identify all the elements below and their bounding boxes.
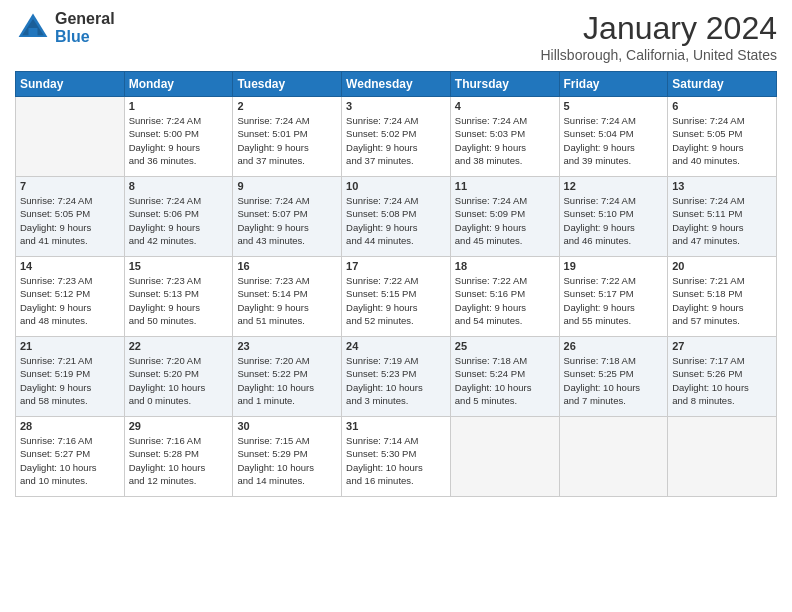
table-row: 9Sunrise: 7:24 AMSunset: 5:07 PMDaylight… bbox=[233, 177, 342, 257]
table-row bbox=[559, 417, 668, 497]
day-info: Sunrise: 7:20 AMSunset: 5:20 PMDaylight:… bbox=[129, 354, 229, 407]
day-info: Sunrise: 7:24 AMSunset: 5:01 PMDaylight:… bbox=[237, 114, 337, 167]
table-row: 11Sunrise: 7:24 AMSunset: 5:09 PMDayligh… bbox=[450, 177, 559, 257]
day-info: Sunrise: 7:24 AMSunset: 5:07 PMDaylight:… bbox=[237, 194, 337, 247]
table-row: 12Sunrise: 7:24 AMSunset: 5:10 PMDayligh… bbox=[559, 177, 668, 257]
col-tuesday: Tuesday bbox=[233, 72, 342, 97]
table-row: 29Sunrise: 7:16 AMSunset: 5:28 PMDayligh… bbox=[124, 417, 233, 497]
table-row: 17Sunrise: 7:22 AMSunset: 5:15 PMDayligh… bbox=[342, 257, 451, 337]
col-wednesday: Wednesday bbox=[342, 72, 451, 97]
day-number: 17 bbox=[346, 260, 446, 272]
table-row: 15Sunrise: 7:23 AMSunset: 5:13 PMDayligh… bbox=[124, 257, 233, 337]
day-info: Sunrise: 7:16 AMSunset: 5:28 PMDaylight:… bbox=[129, 434, 229, 487]
day-number: 10 bbox=[346, 180, 446, 192]
table-row: 25Sunrise: 7:18 AMSunset: 5:24 PMDayligh… bbox=[450, 337, 559, 417]
table-row: 24Sunrise: 7:19 AMSunset: 5:23 PMDayligh… bbox=[342, 337, 451, 417]
table-row: 2Sunrise: 7:24 AMSunset: 5:01 PMDaylight… bbox=[233, 97, 342, 177]
calendar-week-row: 7Sunrise: 7:24 AMSunset: 5:05 PMDaylight… bbox=[16, 177, 777, 257]
day-number: 9 bbox=[237, 180, 337, 192]
day-number: 6 bbox=[672, 100, 772, 112]
col-saturday: Saturday bbox=[668, 72, 777, 97]
logo-general-text: General bbox=[55, 10, 115, 28]
day-info: Sunrise: 7:24 AMSunset: 5:10 PMDaylight:… bbox=[564, 194, 664, 247]
day-info: Sunrise: 7:24 AMSunset: 5:02 PMDaylight:… bbox=[346, 114, 446, 167]
day-number: 29 bbox=[129, 420, 229, 432]
day-number: 22 bbox=[129, 340, 229, 352]
col-friday: Friday bbox=[559, 72, 668, 97]
title-month: January 2024 bbox=[540, 10, 777, 47]
day-number: 4 bbox=[455, 100, 555, 112]
day-info: Sunrise: 7:22 AMSunset: 5:17 PMDaylight:… bbox=[564, 274, 664, 327]
day-info: Sunrise: 7:21 AMSunset: 5:18 PMDaylight:… bbox=[672, 274, 772, 327]
day-number: 2 bbox=[237, 100, 337, 112]
day-number: 20 bbox=[672, 260, 772, 272]
table-row: 26Sunrise: 7:18 AMSunset: 5:25 PMDayligh… bbox=[559, 337, 668, 417]
day-info: Sunrise: 7:24 AMSunset: 5:11 PMDaylight:… bbox=[672, 194, 772, 247]
logo-text: General Blue bbox=[55, 10, 115, 45]
day-number: 19 bbox=[564, 260, 664, 272]
calendar-table: Sunday Monday Tuesday Wednesday Thursday… bbox=[15, 71, 777, 497]
table-row: 27Sunrise: 7:17 AMSunset: 5:26 PMDayligh… bbox=[668, 337, 777, 417]
title-location: Hillsborough, California, United States bbox=[540, 47, 777, 63]
day-info: Sunrise: 7:22 AMSunset: 5:16 PMDaylight:… bbox=[455, 274, 555, 327]
day-info: Sunrise: 7:18 AMSunset: 5:24 PMDaylight:… bbox=[455, 354, 555, 407]
table-row: 7Sunrise: 7:24 AMSunset: 5:05 PMDaylight… bbox=[16, 177, 125, 257]
logo-icon bbox=[15, 10, 51, 46]
day-number: 30 bbox=[237, 420, 337, 432]
title-section: January 2024 Hillsborough, California, U… bbox=[540, 10, 777, 63]
table-row: 1Sunrise: 7:24 AMSunset: 5:00 PMDaylight… bbox=[124, 97, 233, 177]
day-number: 13 bbox=[672, 180, 772, 192]
day-info: Sunrise: 7:24 AMSunset: 5:09 PMDaylight:… bbox=[455, 194, 555, 247]
calendar-week-row: 14Sunrise: 7:23 AMSunset: 5:12 PMDayligh… bbox=[16, 257, 777, 337]
calendar-header-row: Sunday Monday Tuesday Wednesday Thursday… bbox=[16, 72, 777, 97]
day-info: Sunrise: 7:24 AMSunset: 5:03 PMDaylight:… bbox=[455, 114, 555, 167]
day-number: 31 bbox=[346, 420, 446, 432]
table-row: 18Sunrise: 7:22 AMSunset: 5:16 PMDayligh… bbox=[450, 257, 559, 337]
day-info: Sunrise: 7:20 AMSunset: 5:22 PMDaylight:… bbox=[237, 354, 337, 407]
day-number: 24 bbox=[346, 340, 446, 352]
table-row: 28Sunrise: 7:16 AMSunset: 5:27 PMDayligh… bbox=[16, 417, 125, 497]
day-info: Sunrise: 7:14 AMSunset: 5:30 PMDaylight:… bbox=[346, 434, 446, 487]
table-row bbox=[668, 417, 777, 497]
day-number: 7 bbox=[20, 180, 120, 192]
day-info: Sunrise: 7:23 AMSunset: 5:12 PMDaylight:… bbox=[20, 274, 120, 327]
table-row: 8Sunrise: 7:24 AMSunset: 5:06 PMDaylight… bbox=[124, 177, 233, 257]
calendar-week-row: 21Sunrise: 7:21 AMSunset: 5:19 PMDayligh… bbox=[16, 337, 777, 417]
day-number: 18 bbox=[455, 260, 555, 272]
table-row: 31Sunrise: 7:14 AMSunset: 5:30 PMDayligh… bbox=[342, 417, 451, 497]
logo: General Blue bbox=[15, 10, 115, 46]
day-number: 11 bbox=[455, 180, 555, 192]
day-info: Sunrise: 7:17 AMSunset: 5:26 PMDaylight:… bbox=[672, 354, 772, 407]
calendar-week-row: 28Sunrise: 7:16 AMSunset: 5:27 PMDayligh… bbox=[16, 417, 777, 497]
table-row: 21Sunrise: 7:21 AMSunset: 5:19 PMDayligh… bbox=[16, 337, 125, 417]
day-number: 21 bbox=[20, 340, 120, 352]
day-number: 12 bbox=[564, 180, 664, 192]
table-row: 22Sunrise: 7:20 AMSunset: 5:20 PMDayligh… bbox=[124, 337, 233, 417]
day-info: Sunrise: 7:24 AMSunset: 5:05 PMDaylight:… bbox=[20, 194, 120, 247]
table-row bbox=[450, 417, 559, 497]
day-info: Sunrise: 7:23 AMSunset: 5:13 PMDaylight:… bbox=[129, 274, 229, 327]
day-info: Sunrise: 7:24 AMSunset: 5:05 PMDaylight:… bbox=[672, 114, 772, 167]
logo-blue-text: Blue bbox=[55, 28, 115, 46]
day-number: 26 bbox=[564, 340, 664, 352]
table-row: 5Sunrise: 7:24 AMSunset: 5:04 PMDaylight… bbox=[559, 97, 668, 177]
table-row: 10Sunrise: 7:24 AMSunset: 5:08 PMDayligh… bbox=[342, 177, 451, 257]
header: General Blue January 2024 Hillsborough, … bbox=[15, 10, 777, 63]
day-number: 27 bbox=[672, 340, 772, 352]
table-row: 4Sunrise: 7:24 AMSunset: 5:03 PMDaylight… bbox=[450, 97, 559, 177]
day-info: Sunrise: 7:21 AMSunset: 5:19 PMDaylight:… bbox=[20, 354, 120, 407]
day-number: 8 bbox=[129, 180, 229, 192]
table-row: 23Sunrise: 7:20 AMSunset: 5:22 PMDayligh… bbox=[233, 337, 342, 417]
day-number: 23 bbox=[237, 340, 337, 352]
day-info: Sunrise: 7:24 AMSunset: 5:04 PMDaylight:… bbox=[564, 114, 664, 167]
table-row: 20Sunrise: 7:21 AMSunset: 5:18 PMDayligh… bbox=[668, 257, 777, 337]
day-info: Sunrise: 7:24 AMSunset: 5:06 PMDaylight:… bbox=[129, 194, 229, 247]
table-row: 19Sunrise: 7:22 AMSunset: 5:17 PMDayligh… bbox=[559, 257, 668, 337]
table-row: 6Sunrise: 7:24 AMSunset: 5:05 PMDaylight… bbox=[668, 97, 777, 177]
day-number: 16 bbox=[237, 260, 337, 272]
svg-rect-2 bbox=[29, 28, 38, 37]
day-number: 5 bbox=[564, 100, 664, 112]
day-number: 15 bbox=[129, 260, 229, 272]
day-info: Sunrise: 7:22 AMSunset: 5:15 PMDaylight:… bbox=[346, 274, 446, 327]
day-info: Sunrise: 7:24 AMSunset: 5:08 PMDaylight:… bbox=[346, 194, 446, 247]
